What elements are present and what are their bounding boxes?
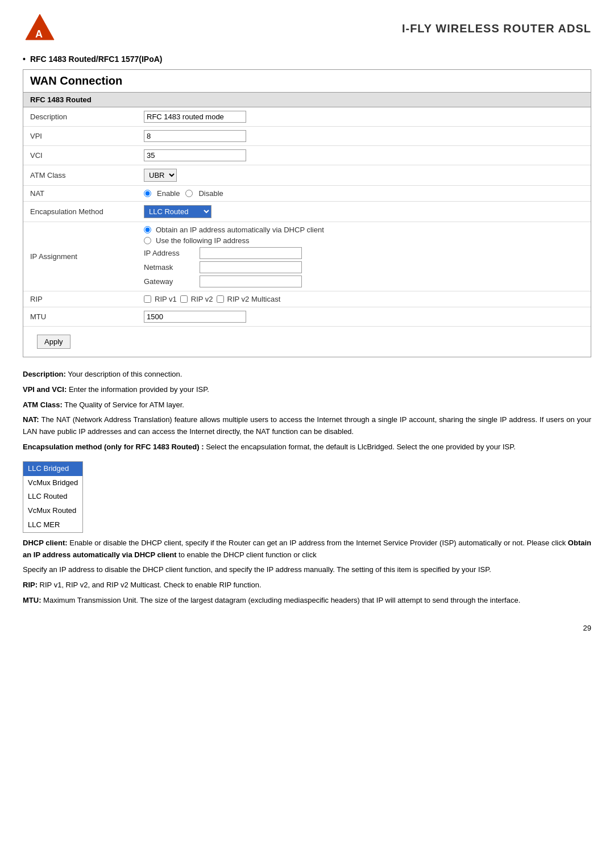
rip-v1-label: RIP v1 [155,295,177,303]
label-encapsulation: Encapsulation Method [23,202,137,222]
dropdown-item-llc-mer[interactable]: LLC MER [23,518,82,532]
desc-dhcp: DHCP client: Enable or disable the DHCP … [23,537,591,561]
ip-dhcp-radio[interactable] [144,226,151,233]
brand-title: I-FLY WIRELESS ROUTER ADSL [402,22,591,35]
label-atm-class: ATM Class [23,165,137,186]
desc-description-bold: Description: [23,370,66,378]
dropdown-item-vcmux-routed[interactable]: VcMux Routed [23,504,82,518]
description-block: Description: Your description of this co… [23,369,591,607]
netmask-label: Netmask [144,263,195,272]
desc-mtu-bold: MTU: [23,596,42,604]
table-row: ATM Class UBR [23,165,591,186]
description-input[interactable] [144,111,246,123]
bullet-text: RFC 1483 Routed/RFC1 1577(IPoA) [30,55,163,64]
nat-enable-label: Enable [157,189,180,198]
ip-manual-option: Use the following IP address [144,236,584,245]
section-header: RFC 1483 Routed [23,93,591,107]
atm-class-select[interactable]: UBR [144,169,177,182]
gateway-row: Gateway [144,276,584,287]
desc-dhcp-bold: DHCP client: [23,539,68,547]
dropdown-list: LLC Bridged VcMux Bridged LLC Routed VcM… [23,461,83,533]
ip-assignment-inner: Obtain an IP address automatically via D… [144,226,584,287]
nat-disable-label: Disable [198,189,223,198]
desc-atm: ATM Class: The Quality of Service for AT… [23,399,591,411]
netmask-input[interactable] [200,261,302,273]
dropdown-item-llc-routed[interactable]: LLC Routed [23,490,82,504]
desc-vpi-vci: VPI and VCI: Enter the information provi… [23,384,591,396]
label-mtu: MTU [23,307,137,327]
ip-manual-radio[interactable] [144,237,151,244]
vci-input[interactable] [144,149,246,161]
netmask-row: Netmask [144,261,584,273]
ip-manual-label: Use the following IP address [156,236,250,245]
label-vpi: VPI [23,127,137,146]
label-ip-assignment: IP Assignment [23,222,137,291]
desc-nat-bold: NAT: [23,415,39,424]
vpi-input[interactable] [144,130,246,142]
ip-address-input[interactable] [200,247,302,259]
mtu-row: MTU [23,307,591,327]
desc-nat: NAT: The NAT (Network Address Translatio… [23,414,591,438]
ip-dhcp-option: Obtain an IP address automatically via D… [144,226,584,234]
gateway-label: Gateway [144,277,195,286]
label-rip: RIP [23,291,137,307]
label-description: Description [23,107,137,127]
rip-v2-multicast-checkbox[interactable] [217,295,224,303]
rip-v2-label: RIP v2 [191,295,213,303]
wan-connection-box: WAN Connection RFC 1483 Routed Descripti… [23,69,591,357]
nat-disable-radio[interactable] [185,190,193,197]
apply-row: Apply [23,327,591,357]
rip-v1-checkbox[interactable] [144,295,151,303]
form-table: Description VPI VCI ATM Class UBR [23,107,591,327]
desc-atm-bold: ATM Class: [23,400,63,409]
desc-vpi-vci-bold: VPI and VCI: [23,385,67,394]
ip-assignment-row: IP Assignment Obtain an IP address autom… [23,222,591,291]
bullet-heading: • RFC 1483 Routed/RFC1 1577(IPoA) [23,55,591,64]
desc-description: Description: Your description of this co… [23,369,591,381]
rip-checkbox-group: RIP v1 RIP v2 RIP v2 Multicast [144,295,584,303]
bullet-dot: • [23,55,26,64]
desc-rip: RIP: RIP v1, RIP v2, and RIP v2 Multicas… [23,579,591,591]
page-number: 29 [23,624,591,632]
svg-text:A: A [35,28,43,40]
desc-dhcp2: Specify an IP address to disable the DHC… [23,564,591,576]
wan-connection-title: WAN Connection [23,70,591,93]
dropdown-item-llc-bridged[interactable]: LLC Bridged [23,462,82,476]
mtu-input[interactable] [144,311,246,323]
desc-encap-bold: Encapsulation method (only for RFC 1483 … [23,443,204,451]
gateway-input[interactable] [200,276,302,287]
ip-address-label: IP Address [144,249,195,257]
ip-dhcp-label: Obtain an IP address automatically via D… [156,226,324,234]
desc-dhcp-bold2: Obtain an IP address automatically via D… [23,539,591,559]
table-row: VPI [23,127,591,146]
desc-encap: Encapsulation method (only for RFC 1483 … [23,441,591,453]
rip-row: RIP RIP v1 RIP v2 RIP v2 Multicast [23,291,591,307]
table-row: Encapsulation Method LLC Bridged VcMux B… [23,202,591,222]
apply-button[interactable]: Apply [37,335,70,349]
logo-icon: A [23,11,57,45]
ip-address-row: IP Address [144,247,584,259]
rip-v2-checkbox[interactable] [180,295,188,303]
label-nat: NAT [23,186,137,202]
nat-radio-group: Enable Disable [144,189,584,198]
encapsulation-select[interactable]: LLC Bridged VcMux Bridged LLC Routed VcM… [144,205,211,218]
table-row: VCI [23,146,591,165]
desc-mtu: MTU: Maximum Transmission Unit. The size… [23,595,591,607]
dropdown-item-vcmux-bridged[interactable]: VcMux Bridged [23,476,82,490]
table-row: Description [23,107,591,127]
rip-v2-multicast-label: RIP v2 Multicast [227,295,281,303]
page-header: A I-FLY WIRELESS ROUTER ADSL [23,11,591,45]
nat-enable-radio[interactable] [144,190,151,197]
table-row: NAT Enable Disable [23,186,591,202]
label-vci: VCI [23,146,137,165]
desc-rip-bold: RIP: [23,581,38,589]
